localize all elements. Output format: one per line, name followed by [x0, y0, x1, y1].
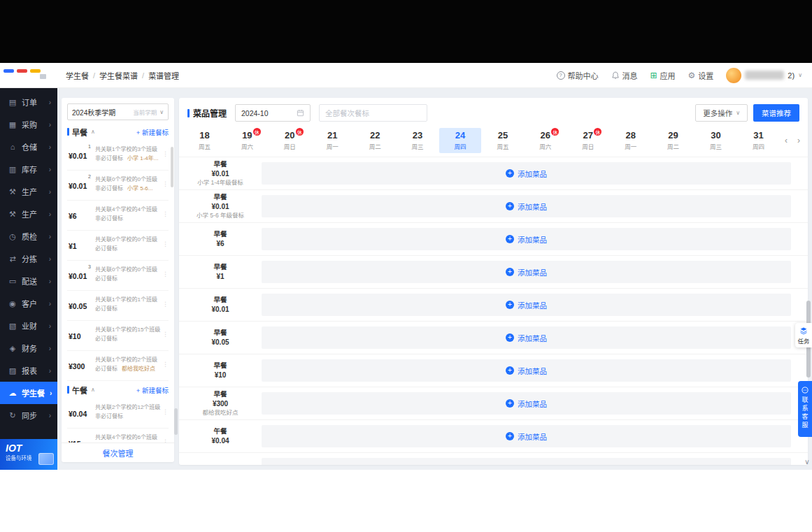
sidebar-item[interactable]: ↻ 同步 › [0, 404, 57, 426]
calendar-day[interactable]: 29 周二 [652, 128, 695, 153]
more-dots-icon[interactable]: ⋮ [162, 271, 169, 278]
add-dish-label: 添加菜品 [518, 267, 547, 278]
more-dots-icon[interactable]: ⋮ [162, 180, 169, 187]
recipe-recommend-button[interactable]: 菜谱推荐 [753, 104, 799, 122]
sidebar-item[interactable]: ▥ 库存 › [0, 158, 57, 180]
calendar-day[interactable]: 18 周五 [183, 128, 226, 153]
add-dish-bar: + 添加菜品 [262, 261, 791, 283]
new-standard-button[interactable]: + 新建餐标 [136, 385, 169, 395]
more-dots-icon[interactable]: ⋮ [162, 240, 169, 247]
add-dish-button[interactable]: + 添加菜品 [506, 431, 547, 442]
calendar-day[interactable]: 24 周四 [439, 128, 482, 153]
sorting-icon: ⇄ [8, 254, 17, 264]
calendar-day[interactable]: 休 19 周六 [226, 128, 269, 153]
more-dots-icon[interactable]: ⋮ [162, 438, 169, 443]
calendar-day[interactable]: 21 周一 [311, 128, 354, 153]
month-picker[interactable]: 2024-10 [235, 104, 311, 122]
sidebar-item[interactable]: ▤ 订单 › [0, 91, 57, 113]
meal-standard-item[interactable]: ¥0.04 共关联2个学校的12个班级 非必订餐标 ⋮ [67, 398, 169, 429]
calendar-day[interactable]: 休 20 周日 [269, 128, 311, 153]
sidebar-item[interactable]: ◉ 客户 › [0, 292, 57, 315]
more-dots-icon[interactable]: ⋮ [162, 361, 169, 368]
more-dots-icon[interactable]: ⋮ [162, 408, 169, 415]
app-body: ▤ 订单 › ▦ 采购 › ⌂ 仓储 › ▥ 库存 › ⚒ 生产 [0, 88, 812, 470]
messages-button[interactable]: 消息 [611, 70, 638, 81]
sidebar-item[interactable]: ▦ 采购 › [0, 113, 57, 136]
calendar-prev-button[interactable]: ‹ [785, 136, 788, 145]
add-dish-button[interactable]: + 添加菜品 [506, 464, 547, 466]
panel-scroll-handle[interactable] [174, 408, 178, 435]
meal-standard-item[interactable]: ¥6 共关联4个学校的4个班级 非必订餐标 ⋮ [67, 201, 169, 231]
add-dish-button[interactable]: + 添加菜品 [506, 300, 547, 310]
menu-row: 早餐 ¥0.01 小学 1-4年级餐标 + 添加菜品 [179, 157, 808, 189]
semester-select[interactable]: 2024秋季学期 当前学期 ∨ [67, 103, 169, 120]
meal-standard-item[interactable]: ¥1 共关联0个学校的0个班级 必订餐标 ⋮ [67, 231, 169, 261]
meal-standard-item[interactable]: ¥10 共关联1个学校的15个班级 必订餐标 ⋮ [67, 321, 169, 351]
sidebar-item[interactable]: ☁ 学生餐 › [0, 382, 57, 404]
add-dish-label: 添加菜品 [518, 234, 547, 245]
add-dish-button[interactable]: + 添加菜品 [506, 333, 547, 343]
meal-standard-item[interactable]: ¥15 共关联4个学校的6个班级 必订餐标 ⋮ [67, 429, 169, 443]
sidebar-item[interactable]: ▨ 报表 › [0, 359, 57, 382]
add-dish-button[interactable]: + 添加菜品 [506, 234, 547, 245]
calendar-day[interactable]: 31 周四 [737, 128, 780, 153]
calendar-weekday: 周六 [241, 142, 253, 150]
rest-day-badge: 休 [253, 128, 261, 136]
sidebar-item[interactable]: ⌂ 仓储 › [0, 136, 57, 158]
standard-price-block: ¥1 [69, 234, 91, 257]
standard-type: 非必订餐标 [95, 154, 123, 164]
add-dish-button[interactable]: + 添加菜品 [506, 201, 547, 212]
settings-button[interactable]: ⚙ 设置 [688, 70, 714, 81]
contact-service-button[interactable]: 联系客服 [798, 381, 812, 437]
meal-standard-item[interactable]: ¥0.05 共关联1个学校的1个班级 必订餐标 ⋮ [67, 291, 169, 321]
scroll-down-arrow[interactable]: ∨ [803, 458, 811, 466]
sidebar-item[interactable]: ◈ 财务 › [0, 337, 57, 359]
sidebar-item[interactable]: ⚒ 生产 › [0, 180, 57, 203]
help-center-button[interactable]: ? 帮助中心 [557, 70, 599, 81]
calendar-day[interactable]: 25 周五 [481, 128, 524, 153]
task-float-button[interactable]: 任务 [795, 323, 812, 347]
chevron-up-icon[interactable]: ∧ [91, 129, 95, 135]
panel-scrollbar-thumb[interactable] [171, 147, 173, 187]
meal-standard-item[interactable]: 2 ¥0.01 共关联0个学校的0个班级 非必订餐标 小学 5-6... ⋮ [67, 171, 169, 201]
calendar-day[interactable]: 30 周三 [695, 128, 737, 153]
calendar-day[interactable]: 休 26 周六 [524, 128, 567, 153]
apps-button[interactable]: ⊞ 应用 [650, 70, 676, 81]
chevron-up-icon[interactable]: ∧ [91, 387, 95, 393]
menu-row-label: 早餐 ¥0.01 小学 1-4年级餐标 [179, 159, 262, 187]
add-dish-bar: + 添加菜品 [262, 228, 791, 250]
calendar-day[interactable]: 23 周三 [397, 128, 439, 153]
calendar-next-button[interactable]: › [797, 136, 800, 145]
add-dish-button[interactable]: + 添加菜品 [506, 168, 547, 179]
more-dots-icon[interactable]: ⋮ [162, 301, 169, 308]
calendar-day[interactable]: 22 周二 [354, 128, 397, 153]
new-standard-button[interactable]: + 新建餐标 [136, 127, 169, 137]
meal-time-manage-button[interactable]: 餐次管理 [62, 443, 174, 462]
menu-row: 早餐 ¥0.01 + 添加菜品 [179, 288, 808, 321]
sidebar-item[interactable]: ⚒ 生产 › [0, 203, 57, 225]
meal-standard-item[interactable]: 1 ¥0.01 共关联1个学校的3个班级 非必订餐标 小学 1-4年... ⋮ [67, 141, 169, 171]
more-actions-button[interactable]: 更多操作 ∨ [695, 104, 748, 122]
meal-standard-item[interactable]: 3 ¥0.01 共关联0个学校的0个班级 必订餐标 ⋮ [67, 261, 169, 291]
chevron-right-icon: › [49, 99, 51, 106]
sidebar-item[interactable]: ▧ 业财 › [0, 315, 57, 337]
sidebar-item[interactable]: ▭ 配送 › [0, 270, 57, 292]
breadcrumb-item[interactable]: 学生餐菜谱 [99, 70, 138, 81]
chevron-right-icon: › [49, 121, 51, 129]
add-dish-button[interactable]: + 添加菜品 [506, 366, 547, 376]
menu-rows: 早餐 ¥0.01 小学 1-4年级餐标 + 添加菜品 早餐 ¥0.01 [179, 157, 808, 465]
sidebar-item[interactable]: ⇄ 分拣 › [0, 247, 57, 270]
meal-filter-input[interactable] [319, 104, 427, 122]
meal-standard-item[interactable]: ¥300 共关联1个学校的2个班级 必订餐标 都给我吃好点 ⋮ [67, 351, 169, 381]
calendar-day[interactable]: 休 27 周日 [567, 128, 609, 153]
user-menu[interactable]: 2) ∨ [726, 68, 802, 83]
more-dots-icon[interactable]: ⋮ [162, 331, 169, 338]
more-dots-icon[interactable]: ⋮ [162, 150, 169, 157]
breadcrumb-item[interactable]: 学生餐 [66, 70, 89, 81]
calendar-day[interactable]: 28 周一 [609, 128, 652, 153]
add-dish-button[interactable]: + 添加菜品 [506, 398, 547, 409]
sidebar-item[interactable]: ◷ 质检 › [0, 225, 57, 247]
add-dish-button[interactable]: + 添加菜品 [506, 267, 547, 278]
standard-desc: 共关联4个学校的6个班级 [95, 433, 163, 443]
more-dots-icon[interactable]: ⋮ [162, 210, 169, 217]
